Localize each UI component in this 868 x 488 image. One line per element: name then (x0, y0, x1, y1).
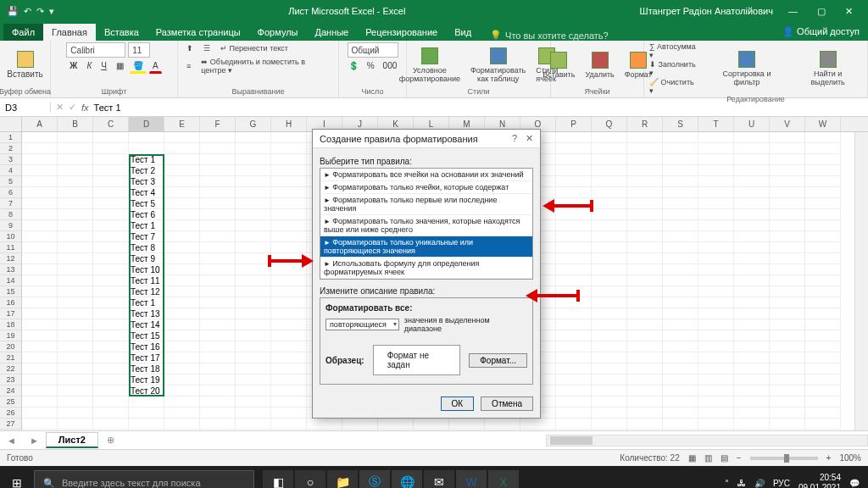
cell[interactable] (93, 308, 129, 319)
cell[interactable]: Тест 2 (129, 165, 164, 176)
cell[interactable] (627, 352, 663, 363)
cancel-button[interactable]: Отмена (481, 396, 533, 411)
row-header[interactable]: 11 (0, 242, 22, 253)
cell[interactable] (414, 430, 449, 430)
cell[interactable] (93, 143, 129, 154)
tab-layout[interactable]: Разметка страницы (147, 24, 249, 41)
cell[interactable] (271, 363, 307, 374)
cell[interactable] (307, 419, 342, 430)
cell[interactable] (770, 242, 805, 253)
cell[interactable] (22, 297, 58, 308)
cell[interactable] (663, 132, 698, 143)
add-sheet-button[interactable]: ⊕ (98, 435, 123, 446)
cell[interactable] (129, 408, 164, 419)
cell[interactable] (663, 154, 698, 165)
cell[interactable] (22, 154, 58, 165)
cell[interactable] (592, 341, 627, 352)
cell[interactable] (200, 209, 236, 220)
cell[interactable] (271, 253, 307, 264)
cell[interactable] (164, 319, 200, 330)
tell-me[interactable]: 💡Что вы хотите сделать? (490, 30, 609, 41)
cell[interactable] (236, 308, 271, 319)
cell[interactable] (556, 231, 592, 242)
cell[interactable] (734, 330, 770, 341)
cell[interactable] (627, 253, 663, 264)
cell[interactable] (22, 220, 58, 231)
cell[interactable] (734, 352, 770, 363)
cell[interactable] (663, 286, 698, 297)
cell[interactable] (734, 176, 770, 187)
cell[interactable] (556, 165, 592, 176)
cell[interactable] (805, 275, 841, 286)
row-header[interactable]: 13 (0, 264, 22, 275)
cell[interactable] (164, 176, 200, 187)
cell[interactable] (93, 176, 129, 187)
cell[interactable] (93, 154, 129, 165)
cell[interactable] (164, 352, 200, 363)
cell[interactable] (805, 341, 841, 352)
zoom-level[interactable]: 100% (839, 453, 861, 463)
cell[interactable] (734, 231, 770, 242)
cell[interactable] (164, 408, 200, 419)
cell[interactable] (378, 419, 414, 430)
row-header[interactable]: 1 (0, 132, 22, 143)
cell[interactable] (627, 209, 663, 220)
cell[interactable] (592, 132, 627, 143)
row-header[interactable]: 8 (0, 209, 22, 220)
cell[interactable] (805, 352, 841, 363)
ok-button[interactable]: ОК (441, 396, 475, 411)
cell[interactable] (592, 408, 627, 419)
cell[interactable] (200, 408, 236, 419)
tab-view[interactable]: Вид (446, 24, 480, 41)
cell[interactable] (627, 176, 663, 187)
cell[interactable] (164, 430, 200, 430)
cell[interactable] (592, 319, 627, 330)
cell[interactable] (663, 198, 698, 209)
sheet-nav-prev[interactable]: ◄ (0, 435, 23, 446)
cell[interactable] (93, 396, 129, 408)
cell[interactable] (22, 231, 58, 242)
cell[interactable] (22, 363, 58, 374)
cell[interactable] (770, 198, 805, 209)
cell[interactable] (236, 209, 271, 220)
cell[interactable] (236, 198, 271, 209)
cell[interactable] (627, 275, 663, 286)
cell[interactable] (698, 319, 734, 330)
cell[interactable] (200, 430, 236, 430)
cell[interactable] (556, 264, 592, 275)
explorer-icon[interactable]: 📁 (327, 470, 358, 488)
cell[interactable] (805, 209, 841, 220)
align-top-button[interactable]: ⬆ (183, 42, 197, 54)
cell[interactable] (698, 176, 734, 187)
cell[interactable] (22, 341, 58, 352)
cell[interactable] (734, 242, 770, 253)
view-normal-icon[interactable]: ▦ (688, 453, 696, 463)
cell[interactable] (770, 330, 805, 341)
cell[interactable] (164, 220, 200, 231)
wrap-text-button[interactable]: ↵ Перенести текст (217, 42, 292, 54)
cell[interactable] (236, 286, 271, 297)
cell[interactable] (22, 242, 58, 253)
cell[interactable] (698, 341, 734, 352)
cell[interactable] (734, 341, 770, 352)
cell[interactable] (271, 242, 307, 253)
autosum-button[interactable]: ∑ Автосумма ▾ (649, 42, 700, 59)
cell[interactable] (734, 143, 770, 154)
cell[interactable] (22, 198, 58, 209)
cell[interactable] (734, 297, 770, 308)
cell[interactable] (556, 396, 592, 408)
cell[interactable] (58, 286, 93, 297)
cell[interactable] (556, 430, 592, 430)
cell[interactable] (22, 308, 58, 319)
undo-icon[interactable]: ↶ (24, 6, 31, 17)
cell[interactable] (271, 209, 307, 220)
cell[interactable] (58, 154, 93, 165)
cell[interactable] (93, 275, 129, 286)
cell[interactable] (805, 408, 841, 419)
cell[interactable] (770, 132, 805, 143)
cell[interactable] (22, 319, 58, 330)
cell[interactable] (58, 176, 93, 187)
cell[interactable] (236, 176, 271, 187)
rule-type-list[interactable]: Форматировать все ячейки на основании их… (320, 168, 533, 280)
cell[interactable] (734, 198, 770, 209)
